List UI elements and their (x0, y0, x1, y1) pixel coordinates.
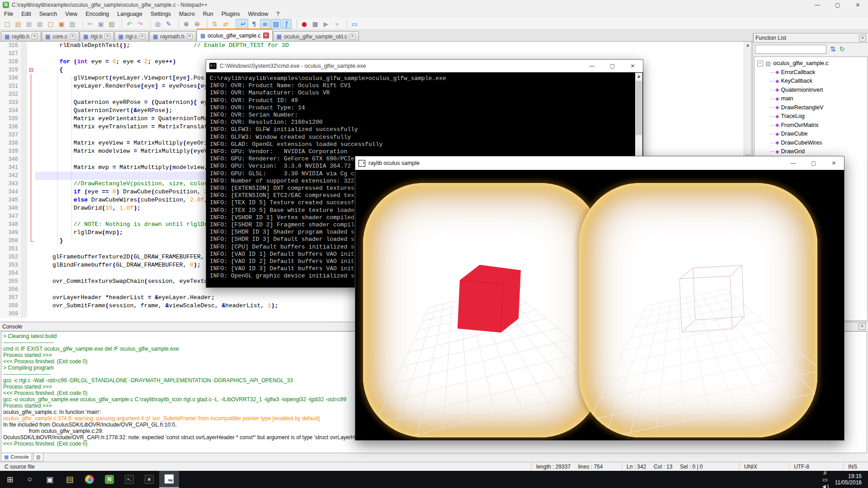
sort-az-icon[interactable]: ⇅ (830, 45, 836, 53)
menu-item[interactable]: ? (272, 10, 283, 18)
cmd-maximize-button[interactable]: ▢ (602, 61, 623, 71)
toolbar-icon[interactable]: ▧ (271, 19, 281, 29)
toolbar-icon[interactable]: ■ (310, 19, 320, 29)
console-close-icon[interactable]: ✕ (859, 323, 866, 330)
toolbar-icon[interactable]: ↷ (135, 19, 145, 29)
bookmark-margin[interactable] (21, 155, 27, 164)
toolbar-icon[interactable]: ▥ (67, 19, 77, 29)
document-tab[interactable]: ▦ core.c ✕ (42, 31, 79, 41)
menu-item[interactable]: Plugins (217, 10, 244, 18)
tray-icon[interactable]: # (820, 469, 830, 476)
bookmark-margin[interactable] (21, 99, 27, 107)
bookmark-margin[interactable] (21, 204, 27, 212)
bookmark-margin[interactable] (21, 188, 27, 196)
cmd-close-button[interactable]: ✕ (623, 61, 643, 71)
bookmark-margin[interactable] (21, 74, 27, 82)
bookmark-margin[interactable] (21, 147, 27, 155)
fold-margin[interactable] (27, 123, 35, 131)
task-view-button[interactable]: ▣ (40, 471, 60, 488)
notepad-plus-plus[interactable]: N (99, 471, 119, 488)
refresh-icon[interactable]: ↻ (840, 45, 845, 53)
raylib-app[interactable]: ray (159, 471, 179, 488)
menu-item[interactable]: Run (199, 10, 217, 18)
function-item[interactable]: ···· ◆ DrawCubeWires (755, 138, 867, 147)
document-tab[interactable]: ▦ rlgl.h ✕ (80, 31, 114, 41)
fold-margin[interactable] (27, 302, 35, 310)
bookmark-margin[interactable] (21, 172, 27, 180)
bookmark-margin[interactable] (21, 229, 27, 237)
toolbar-icon[interactable]: » (332, 19, 342, 29)
tab-close-icon[interactable]: ✕ (70, 33, 75, 39)
menu-item[interactable]: Edit (17, 10, 35, 18)
bookmark-margin[interactable] (21, 286, 27, 294)
document-tab[interactable]: ▦ raylib.h ✕ (1, 31, 41, 41)
maximize-button[interactable]: ▢ (827, 0, 848, 10)
toolbar-icon[interactable]: ⊕ (179, 19, 191, 29)
bookmark-margin[interactable] (21, 90, 27, 99)
code-line[interactable]: 326 rlEnableDepthTest(); // Enable DEPTH… (0, 42, 744, 50)
menu-item[interactable]: Settings (146, 10, 175, 18)
taskbar-clock[interactable]: 19:15 11/05/2016 (832, 473, 864, 486)
bookmark-margin[interactable] (21, 310, 27, 318)
function-item[interactable]: ···· ◆ DrawRectangleV (755, 103, 867, 112)
bookmark-margin[interactable] (21, 82, 27, 90)
start-button[interactable]: ⊞ (0, 471, 20, 488)
fold-margin[interactable] (27, 269, 35, 277)
bookmark-margin[interactable] (21, 139, 27, 147)
fold-margin[interactable] (27, 147, 35, 155)
fold-margin[interactable] (27, 74, 35, 82)
fold-margin[interactable] (27, 115, 35, 123)
toolbar-icon[interactable]: ● (297, 19, 309, 29)
bookmark-margin[interactable] (21, 66, 27, 74)
bookmark-margin[interactable] (21, 180, 27, 188)
function-item[interactable]: ···· ◆ KeyCallback (755, 77, 867, 86)
function-item[interactable]: ···· ◆ FromOvrMatrix (755, 121, 867, 130)
raylib-window[interactable]: r raylib oculus sample — ▢ ✕ (355, 156, 844, 441)
bookmark-margin[interactable] (21, 302, 27, 310)
bookmark-margin[interactable] (21, 164, 27, 172)
fold-margin[interactable] (27, 277, 35, 286)
fold-margin[interactable] (27, 253, 35, 261)
menu-item[interactable]: Window (244, 10, 272, 18)
cmd-titlebar[interactable]: C:\ C:\Windows\System32\cmd.exe - oculus… (206, 60, 643, 72)
fold-margin[interactable] (27, 164, 35, 172)
menu-item[interactable]: Macro (175, 10, 199, 18)
console-tab[interactable]: ▦ Console (1, 453, 32, 461)
bookmark-margin[interactable] (21, 107, 27, 115)
raylib-titlebar[interactable]: r raylib oculus sample — ▢ ✕ (355, 156, 844, 170)
fold-margin[interactable] (27, 188, 35, 196)
fold-margin[interactable] (27, 310, 35, 318)
fold-margin[interactable] (27, 221, 35, 229)
menu-item[interactable]: View (61, 10, 81, 18)
bookmark-margin[interactable] (21, 115, 27, 123)
fold-margin[interactable] (27, 131, 35, 139)
bookmark-margin[interactable] (21, 131, 27, 139)
minimize-button[interactable]: — (807, 0, 827, 10)
function-search-input[interactable] (755, 45, 826, 54)
toolbar-icon[interactable]: ▢ (2, 19, 12, 29)
menu-item[interactable]: File (0, 10, 17, 18)
toolbar-icon[interactable]: ⇄ (221, 19, 231, 29)
file-explorer[interactable]: ▤ (60, 471, 80, 488)
bookmark-margin[interactable] (21, 277, 27, 286)
menu-item[interactable]: Encoding (81, 10, 113, 18)
search-button[interactable]: ○ (20, 471, 40, 488)
fold-margin[interactable] (27, 50, 35, 58)
media-app[interactable]: ▦ (139, 471, 159, 488)
toolbar-icon[interactable]: ↶ (122, 19, 134, 29)
toolbar-icon[interactable]: ▨ (107, 19, 117, 29)
menu-item[interactable]: Search (35, 10, 61, 18)
tab-close-icon[interactable]: ✕ (139, 33, 145, 39)
bookmark-margin[interactable] (21, 269, 27, 277)
cmd-scrollbar-thumb[interactable] (636, 81, 642, 135)
fold-margin[interactable] (27, 237, 35, 245)
tray-icon[interactable]: ◄) (820, 483, 830, 488)
fold-margin[interactable] (27, 58, 35, 66)
bookmark-margin[interactable] (21, 196, 27, 204)
toolbar-icon[interactable]: ƒ (282, 19, 292, 29)
bookmark-margin[interactable] (21, 212, 27, 221)
status-eol-format[interactable]: UNIX (739, 463, 789, 470)
toolbar-icon[interactable]: ≡ (260, 19, 270, 29)
tray-icon[interactable]: ▭ (820, 476, 830, 483)
fold-margin[interactable]: ⊟ (27, 66, 35, 74)
